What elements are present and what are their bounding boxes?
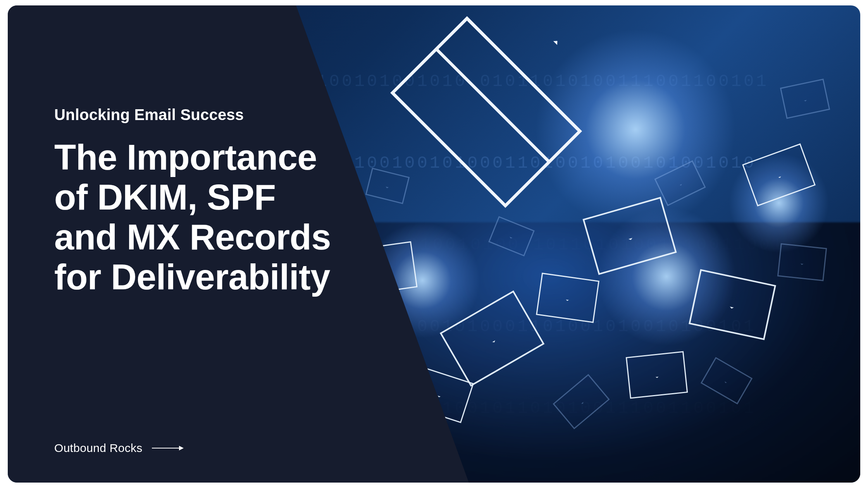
arrow-right-icon [152, 448, 183, 448]
envelope-icon [777, 243, 827, 281]
hero-graphic: 010100101001010 01011010100111001100101 … [8, 5, 860, 483]
envelope-icon [626, 351, 688, 399]
headline-line: and MX Records [54, 217, 426, 257]
brand-name: Outbound Rocks [54, 442, 143, 455]
headline-line: for Deliverability [54, 257, 426, 297]
brand-row: Outbound Rocks [54, 442, 183, 455]
envelope-icon [536, 273, 599, 323]
